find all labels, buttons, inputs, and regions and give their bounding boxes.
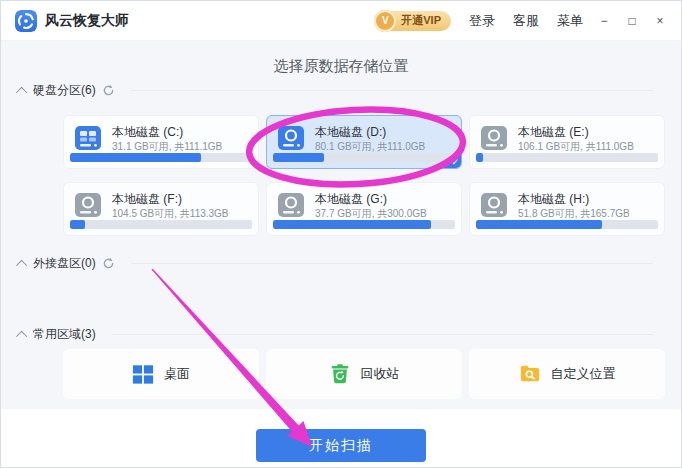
disk-grid: 本地磁盘 (C:) 31.1 GB可用, 共111.1GB ✓ — [63, 115, 665, 236]
disk-card[interactable]: 本地磁盘 (F:) 104.5 GB可用, 共113.3GB ✓ — [63, 182, 259, 236]
disk-drive-icon — [277, 191, 305, 219]
refresh-icon — [102, 257, 115, 270]
titlebar: 风云恢复大师 V 开通VIP 登录 客服 菜单 − □ × — [1, 1, 681, 41]
disk-usage-bar — [273, 220, 455, 229]
disk-drive-icon — [480, 124, 508, 152]
common-area-item[interactable]: 桌面 — [63, 349, 259, 399]
section-external-label: 外接盘区(0) — [33, 255, 96, 272]
section-disks-label: 硬盘分区(6) — [33, 82, 96, 99]
app-title: 风云恢复大师 — [45, 12, 129, 30]
page-title: 选择原数据存储位置 — [1, 57, 681, 76]
disk-drive-icon — [74, 191, 102, 219]
app-window: 风云恢复大师 V 开通VIP 登录 客服 菜单 − □ × 选择原数据存储位置 … — [0, 0, 682, 468]
common-area-label: 桌面 — [164, 365, 190, 383]
start-scan-button[interactable]: 开始扫描 — [256, 429, 426, 462]
disk-card[interactable]: 本地磁盘 (H:) 51.8 GB可用, 共165.7GB ✓ — [469, 182, 665, 236]
disk-usage-fill — [476, 153, 483, 162]
collapse-chevron-icon[interactable] — [16, 330, 27, 341]
selected-check-icon: ✓ — [443, 150, 461, 168]
windows-desktop-icon — [132, 363, 154, 385]
app-logo-icon — [15, 10, 37, 32]
custom-location-folder-icon — [519, 363, 541, 385]
disk-usage-bar — [273, 153, 455, 162]
minimize-button[interactable]: − — [597, 14, 611, 28]
disk-usage-bar — [70, 153, 252, 162]
disk-info: 31.1 GB可用, 共111.1GB — [112, 140, 222, 154]
common-areas: 桌面 回收站 — [63, 349, 665, 399]
disk-info: 106.1 GB可用, 共111.0GB — [518, 140, 634, 154]
titlebar-actions: V 开通VIP 登录 客服 菜单 − □ × — [377, 11, 667, 31]
disk-card[interactable]: 本地磁盘 (D:) 80.1 GB可用, 共111.0GB ✓ — [266, 115, 462, 169]
disk-usage-fill — [70, 220, 85, 229]
disk-name: 本地磁盘 (H:) — [518, 191, 589, 208]
disk-usage-bar — [70, 220, 252, 229]
disk-name: 本地磁盘 (C:) — [112, 124, 183, 141]
disk-drive-icon — [277, 124, 305, 152]
section-common-label: 常用区域(3) — [33, 326, 96, 343]
disk-info: 80.1 GB可用, 共111.0GB — [315, 140, 425, 154]
disk-drive-icon — [74, 124, 102, 152]
vip-label: 开通VIP — [401, 13, 441, 28]
main-content: 选择原数据存储位置 硬盘分区(6) — [1, 41, 681, 467]
disk-info: 51.8 GB可用, 共165.7GB — [518, 207, 630, 221]
recycle-bin-icon — [329, 363, 351, 385]
vip-upgrade-button[interactable]: V 开通VIP — [377, 11, 451, 31]
disk-usage-bar — [476, 220, 658, 229]
common-area-label: 自定义位置 — [551, 365, 616, 383]
disk-name: 本地磁盘 (D:) — [315, 124, 386, 141]
disk-card[interactable]: 本地磁盘 (G:) 37.7 GB可用, 共300.0GB ✓ — [266, 182, 462, 236]
disk-info: 104.5 GB可用, 共113.3GB — [112, 207, 229, 221]
divider — [131, 263, 653, 264]
disk-info: 37.7 GB可用, 共300.0GB — [315, 207, 427, 221]
section-header-common: 常用区域(3) — [19, 326, 653, 343]
disk-card[interactable]: 本地磁盘 (C:) 31.1 GB可用, 共111.1GB ✓ — [63, 115, 259, 169]
common-area-item[interactable]: 回收站 — [266, 349, 462, 399]
support-link[interactable]: 客服 — [513, 12, 539, 30]
refresh-external-button[interactable] — [102, 257, 115, 270]
disk-usage-fill — [273, 220, 431, 229]
divider — [112, 334, 653, 335]
disk-name: 本地磁盘 (E:) — [518, 124, 589, 141]
section-header-disks: 硬盘分区(6) — [19, 82, 653, 99]
close-button[interactable]: × — [653, 14, 667, 28]
common-area-label: 回收站 — [361, 365, 400, 383]
disk-usage-fill — [273, 153, 324, 162]
refresh-disks-button[interactable] — [102, 84, 115, 97]
disk-usage-bar — [476, 153, 658, 162]
divider — [131, 90, 653, 91]
disk-drive-icon — [480, 191, 508, 219]
menu-link[interactable]: 菜单 — [557, 12, 583, 30]
disk-usage-fill — [70, 153, 201, 162]
section-header-external: 外接盘区(0) — [19, 255, 653, 272]
disk-name: 本地磁盘 (G:) — [315, 191, 387, 208]
disk-usage-fill — [476, 220, 602, 229]
refresh-icon — [102, 84, 115, 97]
common-area-item[interactable]: 自定义位置 — [469, 349, 665, 399]
maximize-button[interactable]: □ — [625, 14, 639, 28]
disk-name: 本地磁盘 (F:) — [112, 191, 182, 208]
collapse-chevron-icon[interactable] — [16, 86, 27, 97]
vip-badge-icon: V — [374, 10, 396, 32]
disk-card[interactable]: 本地磁盘 (E:) 106.1 GB可用, 共111.0GB ✓ — [469, 115, 665, 169]
collapse-chevron-icon[interactable] — [16, 259, 27, 270]
login-link[interactable]: 登录 — [469, 12, 495, 30]
